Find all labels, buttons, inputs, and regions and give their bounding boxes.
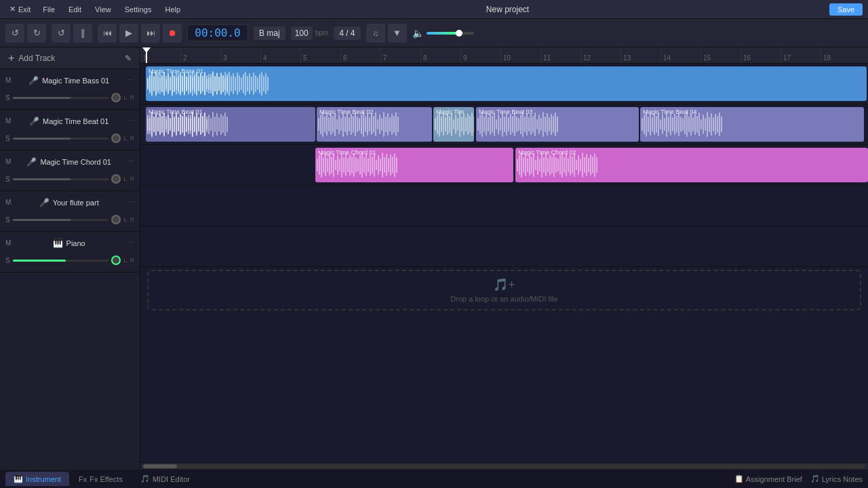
track-item: M 🎤 Magic Time Chord 01 ⋯ S L R bbox=[0, 150, 140, 191]
key-display[interactable]: B maj bbox=[254, 26, 285, 40]
main-area: + Add Track ✎ M 🎤 Magic Time Bass 01 ⋯ bbox=[0, 47, 868, 469]
drop-icon: 🎵+ bbox=[493, 277, 515, 292]
timeline-area: 1 2 3 4 5 6 7 8 9 10 11 12 13 14 15 16 1… bbox=[140, 47, 868, 469]
microphone-icon: 🎤 bbox=[39, 198, 50, 207]
menu-help[interactable]: Help bbox=[159, 4, 186, 15]
tab-midi-editor[interactable]: 🎵 MIDI Editor bbox=[132, 472, 198, 486]
clip-beat2[interactable]: Magic Time Beat 02 bbox=[317, 107, 432, 142]
tab-effects[interactable]: Fx Fx Effects bbox=[71, 472, 131, 486]
track-s-btn[interactable]: S bbox=[5, 135, 10, 142]
time-sig-display[interactable]: 4 / 4 bbox=[334, 26, 360, 40]
track-row-beat: Magic Time Beat 01 Magic Time Beat 02 Ma… bbox=[140, 104, 868, 145]
track-m-btn[interactable]: M bbox=[5, 239, 11, 247]
track-volume-slider[interactable] bbox=[13, 219, 109, 221]
track-options-button[interactable]: ⋯ bbox=[127, 239, 134, 247]
midi-tab-icon: 🎵 bbox=[140, 474, 150, 483]
add-track-button[interactable]: + Add Track ✎ bbox=[0, 47, 140, 69]
tempo-tap-button[interactable]: ♫ bbox=[366, 24, 385, 43]
track-s-btn[interactable]: S bbox=[5, 257, 10, 264]
clip-beat1[interactable]: Magic Time Beat 01 bbox=[146, 107, 315, 142]
microphone-icon: 🎤 bbox=[26, 157, 37, 167]
time-display: 00:00.0 bbox=[187, 24, 248, 41]
drop-zone[interactable]: 🎵+ Drop a loop or an audio/MIDI file bbox=[147, 270, 861, 310]
track-options-button[interactable]: ⋯ bbox=[127, 76, 134, 85]
menu-bar: ✕ Exit File Edit View Settings Help New … bbox=[0, 0, 868, 19]
save-button[interactable]: Save bbox=[829, 3, 863, 16]
track-pan-knob[interactable] bbox=[111, 256, 121, 265]
track-s-btn[interactable]: S bbox=[5, 94, 10, 102]
volume-control: 🔈 bbox=[412, 28, 474, 39]
exit-icon: ✕ bbox=[9, 5, 16, 14]
effects-tab-icon: Fx bbox=[79, 475, 87, 483]
track-item: M 🎤 Your flute part ⋯ S L R bbox=[0, 191, 140, 232]
clip-beat3[interactable]: Magic Time Beat 03 bbox=[476, 107, 639, 142]
assignment-icon: 📋 bbox=[734, 474, 744, 483]
play-button[interactable]: ▶ bbox=[119, 24, 138, 43]
bottom-right-tabs: 📋 Assignment Brief 🎵 Lyrics Notes bbox=[734, 474, 863, 483]
track-volume-slider[interactable] bbox=[13, 260, 109, 262]
track-volume-slider[interactable] bbox=[13, 138, 109, 140]
track-options-button[interactable]: ⋯ bbox=[127, 198, 134, 207]
project-title[interactable]: New project bbox=[189, 5, 827, 14]
lyrics-icon: 🎵 bbox=[810, 474, 820, 483]
bpm-label: bpm bbox=[315, 29, 328, 37]
track-options-button[interactable]: ⋯ bbox=[127, 157, 134, 166]
metronome-button[interactable]: ‖ bbox=[73, 24, 92, 43]
track-options-button[interactable]: ⋯ bbox=[127, 117, 134, 125]
track-pan-knob[interactable] bbox=[111, 93, 121, 102]
loop-button[interactable]: ↺ bbox=[52, 24, 71, 43]
track-row-bass: Magic Time Bass 01 bbox=[140, 64, 868, 104]
record-button[interactable]: ⏺ bbox=[163, 24, 182, 43]
track-volume-slider[interactable] bbox=[13, 97, 109, 99]
tracks-content: Magic Time Bass 01 Magic Time Beat 01 Ma… bbox=[140, 64, 868, 462]
menu-file[interactable]: File bbox=[37, 4, 60, 15]
track-m-btn[interactable]: M bbox=[5, 158, 11, 165]
track-volume-slider[interactable] bbox=[13, 178, 109, 180]
clip-beat2b[interactable]: Magic Tim bbox=[433, 107, 474, 142]
track-s-btn[interactable]: S bbox=[5, 216, 10, 224]
bpm-display[interactable]: 100 bbox=[291, 26, 313, 40]
clip-chord2[interactable]: Magic Time Chord 02 bbox=[515, 148, 868, 182]
timeline-ruler[interactable]: 1 2 3 4 5 6 7 8 9 10 11 12 13 14 15 16 1… bbox=[140, 47, 868, 64]
add-icon: + bbox=[8, 52, 14, 64]
piano-icon: 🎹 bbox=[53, 239, 63, 248]
expand-button[interactable]: ▼ bbox=[388, 24, 407, 43]
rewind-button[interactable]: ⏮ bbox=[98, 24, 117, 43]
tab-lyrics-notes[interactable]: 🎵 Lyrics Notes bbox=[810, 474, 863, 483]
track-list: M 🎤 Magic Time Bass 01 ⋯ S L R bbox=[0, 69, 140, 469]
fastforward-button[interactable]: ⏭ bbox=[141, 24, 160, 43]
ruler-numbers: 1 2 3 4 5 6 7 8 9 10 11 12 13 14 15 16 1… bbox=[140, 47, 861, 63]
pencil-icon: ✎ bbox=[125, 54, 132, 63]
track-pan-knob[interactable] bbox=[111, 134, 121, 143]
playhead[interactable] bbox=[146, 47, 147, 63]
menu-edit[interactable]: Edit bbox=[63, 4, 87, 15]
track-m-btn[interactable]: M bbox=[5, 77, 11, 84]
playback-group: ⏮ ▶ ⏭ ⏺ bbox=[98, 24, 182, 43]
track-pan-knob[interactable] bbox=[111, 215, 121, 224]
track-m-btn[interactable]: M bbox=[5, 117, 11, 125]
loop-group: ↺ ‖ bbox=[52, 24, 92, 43]
track-m-btn[interactable]: M bbox=[5, 199, 11, 206]
tab-assignment-brief[interactable]: 📋 Assignment Brief bbox=[734, 474, 802, 483]
tab-instrument[interactable]: 🎹 Instrument bbox=[5, 472, 69, 486]
menu-settings[interactable]: Settings bbox=[119, 4, 157, 15]
clip-bass[interactable]: Magic Time Bass 01 bbox=[146, 66, 867, 101]
track-item: M 🎤 Magic Time Beat 01 ⋯ S L R bbox=[0, 110, 140, 150]
track-row-flute bbox=[140, 186, 868, 226]
microphone-icon: 🎤 bbox=[28, 76, 39, 85]
track-pan-knob[interactable] bbox=[111, 174, 121, 184]
horizontal-scrollbar[interactable] bbox=[140, 462, 868, 469]
undo-button[interactable]: ↺ bbox=[5, 24, 24, 43]
exit-button[interactable]: ✕ Exit bbox=[5, 3, 35, 15]
metronome-controls: ♫ ▼ bbox=[366, 24, 407, 43]
redo-button[interactable]: ↻ bbox=[27, 24, 46, 43]
instrument-tab-icon: 🎹 bbox=[14, 474, 23, 483]
tracks-panel: + Add Track ✎ M 🎤 Magic Time Bass 01 ⋯ bbox=[0, 47, 140, 469]
track-s-btn[interactable]: S bbox=[5, 176, 10, 183]
bpm-group: 100 bpm bbox=[291, 26, 328, 40]
volume-icon: 🔈 bbox=[412, 28, 424, 39]
menu-view[interactable]: View bbox=[90, 4, 117, 15]
clip-chord1[interactable]: Magic Time Chord 01 bbox=[315, 148, 513, 182]
volume-slider[interactable] bbox=[427, 32, 474, 35]
clip-beat4[interactable]: Magic Time Beat 04 bbox=[640, 107, 864, 142]
